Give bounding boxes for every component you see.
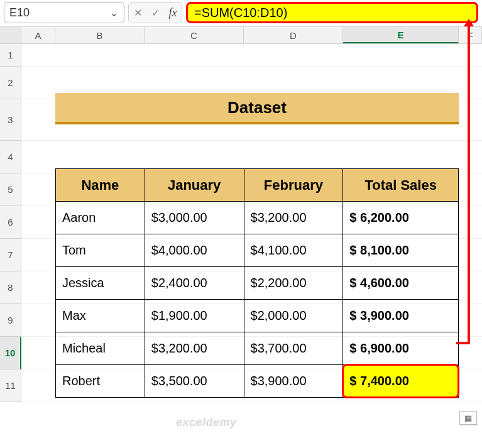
cell-A5[interactable] bbox=[21, 173, 55, 206]
cell-jan[interactable]: $3,000.00 bbox=[145, 202, 244, 234]
cell-feb[interactable]: $3,900.00 bbox=[244, 365, 343, 398]
table-row: Aaron $3,000.00 $3,200.00 $ 6,200.00 bbox=[56, 202, 459, 234]
row-header-8[interactable]: 8 bbox=[0, 271, 21, 304]
dataset-title[interactable]: Dataset bbox=[55, 93, 459, 124]
cell-A8[interactable] bbox=[21, 271, 55, 304]
row-1: 1 bbox=[0, 44, 482, 67]
row-header-5[interactable]: 5 bbox=[0, 173, 21, 206]
paste-options-icon[interactable]: ▦ bbox=[459, 411, 477, 425]
row-header-9[interactable]: 9 bbox=[0, 304, 21, 337]
cell-C1[interactable] bbox=[145, 44, 244, 67]
annotation-arrow-vertical bbox=[468, 25, 470, 343]
cell-A11[interactable] bbox=[21, 369, 55, 402]
cell-A7[interactable] bbox=[21, 239, 55, 271]
cell-A2[interactable] bbox=[21, 67, 55, 99]
name-box-value: E10 bbox=[9, 6, 30, 19]
table-body: Aaron $3,000.00 $3,200.00 $ 6,200.00 Tom… bbox=[56, 202, 459, 398]
row-header-11[interactable]: 11 bbox=[0, 369, 21, 402]
select-all-corner[interactable] bbox=[0, 27, 21, 43]
cell-total-active[interactable]: $ 7,400.00 bbox=[343, 365, 459, 398]
col-header-B[interactable]: B bbox=[55, 27, 145, 43]
cell-D1[interactable] bbox=[244, 44, 343, 67]
cell-A3[interactable] bbox=[21, 99, 55, 141]
cell-B1[interactable] bbox=[55, 44, 145, 67]
row-header-7[interactable]: 7 bbox=[0, 239, 21, 271]
cell-F1[interactable] bbox=[459, 44, 482, 67]
cell-total[interactable]: $ 6,900.00 bbox=[343, 332, 459, 365]
table-row: Micheal $3,200.00 $3,700.00 $ 6,900.00 bbox=[56, 332, 459, 365]
table-row: Tom $4,000.00 $4,100.00 $ 8,100.00 bbox=[56, 234, 459, 267]
cell-total[interactable]: $ 3,900.00 bbox=[343, 300, 459, 332]
row-header-3[interactable]: 3 bbox=[0, 99, 21, 141]
worksheet-grid[interactable]: A B C D E F 1 2 3 4 5 6 7 8 9 10 11 Data… bbox=[0, 26, 482, 402]
cell-F4[interactable] bbox=[459, 141, 482, 173]
cell-feb[interactable]: $4,100.00 bbox=[244, 234, 343, 267]
cell-F2[interactable] bbox=[459, 67, 482, 99]
table-row: Jessica $2,400.00 $2,200.00 $ 4,600.00 bbox=[56, 267, 459, 300]
cell-name[interactable]: Robert bbox=[56, 365, 145, 398]
cell-feb[interactable]: $2,000.00 bbox=[244, 300, 343, 332]
cell-total[interactable]: $ 4,600.00 bbox=[343, 267, 459, 300]
cell-F11[interactable] bbox=[459, 369, 482, 402]
cell-name[interactable]: Max bbox=[56, 300, 145, 332]
col-header-D[interactable]: D bbox=[244, 27, 343, 43]
formula-bar-row: E10 ⌄ ✕ ✓ fx =SUM(C10:D10) bbox=[0, 0, 482, 26]
cell-E1[interactable] bbox=[343, 44, 459, 67]
watermark-text: exceldemy bbox=[176, 416, 237, 429]
name-box[interactable]: E10 ⌄ bbox=[4, 2, 124, 23]
cell-feb[interactable]: $3,200.00 bbox=[244, 202, 343, 234]
cell-A4[interactable] bbox=[21, 141, 55, 173]
cell-jan[interactable]: $3,200.00 bbox=[145, 332, 244, 365]
cell-name[interactable]: Micheal bbox=[56, 332, 145, 365]
cell-F8[interactable] bbox=[459, 271, 482, 304]
cell-feb[interactable]: $3,700.00 bbox=[244, 332, 343, 365]
formula-bar-value: =SUM(C10:D10) bbox=[194, 6, 287, 20]
col-header-F[interactable]: F bbox=[459, 27, 482, 43]
column-headers: A B C D E F bbox=[0, 26, 482, 44]
formula-bar-buttons: ✕ ✓ fx bbox=[128, 2, 182, 23]
cell-A6[interactable] bbox=[21, 206, 55, 239]
table-row: Robert $3,500.00 $3,900.00 $ 7,400.00 bbox=[56, 365, 459, 398]
data-table: Name January February Total Sales Aaron … bbox=[55, 168, 459, 398]
annotation-arrow-horizontal bbox=[456, 342, 470, 344]
cancel-icon[interactable]: ✕ bbox=[134, 7, 142, 19]
header-february[interactable]: February bbox=[244, 169, 343, 202]
row-header-10[interactable]: 10 bbox=[0, 337, 21, 369]
row-header-6[interactable]: 6 bbox=[0, 206, 21, 239]
col-header-E[interactable]: E bbox=[343, 27, 459, 43]
table-row: Max $1,900.00 $2,000.00 $ 3,900.00 bbox=[56, 300, 459, 332]
cell-feb[interactable]: $2,200.00 bbox=[244, 267, 343, 300]
col-header-C[interactable]: C bbox=[145, 27, 244, 43]
chevron-down-icon[interactable]: ⌄ bbox=[109, 6, 119, 19]
header-january[interactable]: January bbox=[145, 169, 244, 202]
cell-F9[interactable] bbox=[459, 304, 482, 337]
table-header-row: Name January February Total Sales bbox=[56, 169, 459, 202]
enter-icon[interactable]: ✓ bbox=[151, 7, 160, 19]
cell-F7[interactable] bbox=[459, 239, 482, 271]
cell-total[interactable]: $ 6,200.00 bbox=[343, 202, 459, 234]
cell-F6[interactable] bbox=[459, 206, 482, 239]
cell-jan[interactable]: $2,400.00 bbox=[145, 267, 244, 300]
header-name[interactable]: Name bbox=[56, 169, 145, 202]
cell-jan[interactable]: $1,900.00 bbox=[145, 300, 244, 332]
row-header-1[interactable]: 1 bbox=[0, 44, 21, 67]
row-header-2[interactable]: 2 bbox=[0, 67, 21, 99]
cell-jan[interactable]: $3,500.00 bbox=[145, 365, 244, 398]
cell-F3[interactable] bbox=[459, 99, 482, 141]
fx-icon[interactable]: fx bbox=[169, 6, 177, 19]
cell-name[interactable]: Aaron bbox=[56, 202, 145, 234]
cell-F5[interactable] bbox=[459, 173, 482, 206]
cell-name[interactable]: Tom bbox=[56, 234, 145, 267]
dataset-title-text: Dataset bbox=[227, 98, 287, 117]
row-header-4[interactable]: 4 bbox=[0, 141, 21, 173]
cell-A1[interactable] bbox=[21, 44, 55, 67]
col-header-A[interactable]: A bbox=[21, 27, 55, 43]
cell-A9[interactable] bbox=[21, 304, 55, 337]
cell-name[interactable]: Jessica bbox=[56, 267, 145, 300]
cell-total-value: $ 7,400.00 bbox=[349, 374, 409, 388]
cell-A10[interactable] bbox=[21, 337, 55, 369]
header-total-sales[interactable]: Total Sales bbox=[343, 169, 459, 202]
formula-bar[interactable]: =SUM(C10:D10) bbox=[186, 2, 478, 23]
cell-total[interactable]: $ 8,100.00 bbox=[343, 234, 459, 267]
cell-jan[interactable]: $4,000.00 bbox=[145, 234, 244, 267]
